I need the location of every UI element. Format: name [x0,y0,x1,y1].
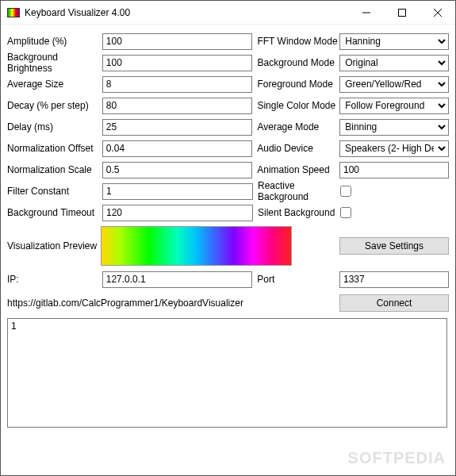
port-label: Port [252,274,339,285]
single-color-select[interactable]: Follow Foreground [339,98,449,114]
anim-speed-label: Animation Speed [252,164,339,175]
bg-mode-select[interactable]: Original [339,55,449,71]
bg-brightness-label: Background Brightness [7,52,102,74]
reactive-bg-label: Reactive Background [253,180,340,202]
maximize-button[interactable] [384,2,420,24]
preview-label: Visualization Preview [7,240,102,251]
fft-mode-select[interactable]: Hanning [339,33,449,50]
avg-mode-label: Average Mode [252,121,339,132]
app-icon [7,8,20,17]
avg-size-input[interactable] [102,76,253,93]
ip-label: IP: [7,274,102,285]
svg-rect-0 [398,9,405,16]
minimize-button[interactable] [348,2,384,24]
fg-mode-select[interactable]: Green/Yellow/Red [339,76,449,93]
fft-mode-label: FFT Window Mode [252,36,339,47]
bg-brightness-input[interactable] [102,55,253,71]
amplitude-label: Amplitude (%) [7,36,102,47]
delay-input[interactable] [102,119,253,136]
reactive-bg-checkbox[interactable] [340,186,351,197]
bg-timeout-label: Background Timeout [7,207,102,218]
content-area: Amplitude (%) FFT Window Mode Hanning Ba… [1,25,455,436]
silent-bg-checkbox[interactable] [340,207,351,218]
bg-mode-label: Background Mode [252,57,339,68]
filter-const-label: Filter Constant [7,186,102,197]
connect-button[interactable]: Connect [339,294,449,312]
norm-scale-input[interactable] [102,162,253,178]
link-text: https://gitlab.com/CalcProgrammer1/Keybo… [7,298,339,309]
ip-input[interactable] [102,271,253,288]
filter-const-input[interactable] [102,183,253,200]
norm-offset-input[interactable] [102,140,253,157]
delay-label: Delay (ms) [7,121,102,132]
decay-label: Decay (% per step) [7,100,102,111]
amplitude-input[interactable] [102,33,253,50]
watermark-text: SOFTPEDIA [348,449,446,467]
silent-bg-label: Silent Background [253,207,340,218]
single-color-label: Single Color Mode [252,100,339,111]
audio-device-select[interactable]: Speakers (2- High Definition Au [339,140,449,157]
avg-size-label: Average Size [7,79,102,90]
norm-scale-label: Normalization Scale [7,164,102,175]
window-title: Keyboard Visualizer 4.00 [25,7,348,18]
titlebar: Keyboard Visualizer 4.00 [1,1,455,25]
audio-device-label: Audio Device [252,143,339,154]
close-button[interactable] [420,2,455,24]
visualization-preview [101,226,292,266]
decay-input[interactable] [102,98,253,114]
avg-mode-select[interactable]: Binning [339,119,449,136]
log-textarea[interactable] [7,318,447,428]
bg-timeout-input[interactable] [102,205,253,221]
save-settings-button[interactable]: Save Settings [339,237,449,255]
port-input[interactable] [339,271,449,288]
fg-mode-label: Foreground Mode [252,79,339,90]
norm-offset-label: Normalization Offset [7,143,102,154]
anim-speed-input[interactable] [339,162,449,178]
